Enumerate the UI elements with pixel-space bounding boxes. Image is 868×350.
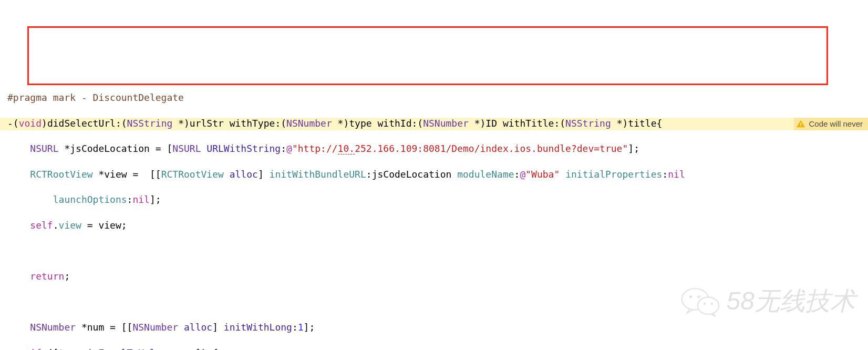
code-line: RCTRootView *view = [[RCTRootView alloc]… [7, 168, 868, 181]
svg-rect-1 [801, 126, 802, 127]
code-line: self.view = view; [7, 219, 868, 232]
code-line: #pragma mark - DiscountDelegate [7, 91, 868, 104]
url-link[interactable]: 10. [338, 143, 355, 155]
pragma-directive: #pragma [7, 92, 47, 103]
warning-triangle-icon [796, 119, 805, 129]
code-line: NSNumber *num = [[NSNumber alloc] initWi… [7, 321, 868, 334]
warning-badge[interactable]: Code will never [794, 118, 868, 130]
code-editor[interactable]: #pragma mark - DiscountDelegate -(void)d… [0, 77, 868, 350]
code-line: -(void)didSelectUrl:(NSString *)urlStr w… [7, 117, 868, 130]
warning-text: Code will never [809, 119, 863, 129]
blank-line [7, 245, 868, 258]
svg-rect-0 [801, 123, 802, 125]
code-line: return; [7, 270, 868, 283]
code-line: launchOptions:nil]; [7, 193, 868, 206]
code-line: if ([type isEqualToValue: num]) { [7, 347, 868, 350]
blank-line [7, 296, 868, 308]
code-line: NSURL *jsCodeLocation = [NSURL URLWithSt… [7, 142, 868, 155]
